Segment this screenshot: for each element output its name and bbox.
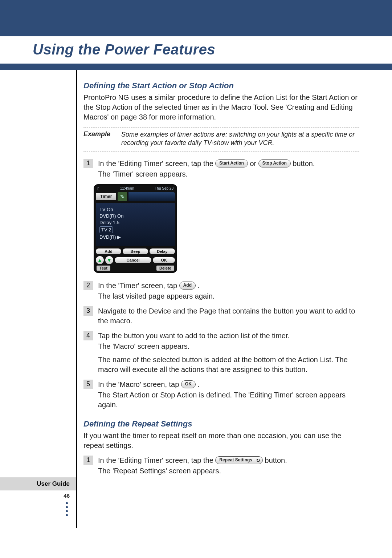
refresh-icon: ↻ [256, 457, 260, 464]
footer-page: 46 [0, 493, 76, 499]
shot-delete-button: Delete [156, 266, 174, 271]
shot-row: DVD(R) On [99, 213, 173, 219]
step5-pre: In the 'Macro' screen, tap [98, 380, 181, 388]
step-num-2: 2 [83, 281, 93, 290]
example-box: Example Some examples of timer actions a… [83, 127, 359, 151]
step1-pre: In the 'Editing Timer' screen, tap the [98, 159, 215, 167]
shot-body: TV On DVD(R) On Delay 1.5 TV 2 DVD(R) ▶ [96, 203, 175, 246]
shot-beep-button: Beep [123, 248, 148, 254]
step1-mid: or [250, 159, 258, 167]
step-num-3: 3 [83, 306, 93, 316]
shot-row: Delay 1.5 [99, 220, 173, 225]
step-num-r1: 1 [83, 456, 93, 465]
start-action-button[interactable]: Start Action [215, 159, 248, 167]
shot-row: TV On [99, 207, 173, 212]
step1-post: button. [293, 159, 315, 167]
step-3: 3 Navigate to the Device and the Page th… [83, 306, 359, 326]
ok-button[interactable]: OK [181, 380, 196, 388]
step-4: 4 Tap the button you want to add to the … [83, 331, 359, 375]
step5-post: . [197, 380, 200, 388]
vertical-rule [76, 70, 77, 528]
step-repeat-1: 1 In the 'Editing Timer' screen, tap the… [83, 456, 359, 476]
step-num-5: 5 [83, 380, 93, 389]
shot-row: DVD(R) ▶ [99, 234, 173, 240]
header-strip [0, 64, 392, 70]
step-r1-sub: The 'Repeat Settings' screen appears. [98, 466, 359, 476]
step2-pre: In the 'Timer' screen, tap [98, 282, 179, 290]
step-1: 1 In the 'Editing Timer' screen, tap the… [83, 159, 359, 179]
shot-up-icon: ▲ [96, 256, 104, 264]
shot-add-button: Add [96, 248, 121, 254]
shot-tools-icon: ✎ [118, 192, 127, 201]
shot-battery-icon: ▯ [97, 186, 99, 190]
step4-line2: The 'Macro' screen appears. [98, 341, 359, 351]
repeat-settings-label: Repeat Settings [219, 457, 252, 463]
step5-sub: The Start Action or Stop Action is defin… [98, 390, 359, 410]
shot-tab-timer: Timer [96, 193, 116, 200]
page-title: Using the Power Features [33, 41, 392, 58]
step-r1-pre: In the 'Editing Timer' screen, tap the [98, 456, 215, 464]
step-5: 5 In the 'Macro' screen, tap OK . The St… [83, 380, 359, 410]
shot-down-icon: ▼ [105, 256, 113, 264]
repeat-settings-button[interactable]: Repeat Settings ↻ [215, 456, 263, 464]
footer-dots: •••• [0, 501, 76, 517]
footer-label: User Guide [0, 477, 76, 490]
shot-header-right [128, 192, 175, 201]
section-defining-start-stop: Defining the Start Action or Stop Action [83, 81, 359, 90]
section1-intro: ProntoPro NG uses a similar procedure to… [83, 93, 359, 122]
timer-screenshot: ▯ 11:49am Thu Sep 23 Timer ✎ TV On DVD(R… [94, 184, 177, 273]
shot-cancel-button: Cancel [115, 257, 151, 263]
stop-action-button[interactable]: Stop Action [258, 159, 291, 167]
step4-line1: Tap the button you want to add to the ac… [98, 331, 359, 341]
footer: User Guide 46 •••• [0, 477, 76, 517]
step3-text: Navigate to the Device and the Page that… [98, 306, 359, 326]
shot-ok-button: OK [153, 257, 175, 263]
step-num-1: 1 [83, 159, 93, 168]
step2-post: . [198, 282, 200, 290]
shot-row-selected: TV 2 [99, 226, 113, 233]
example-label: Example [83, 130, 116, 147]
step2-sub: The last visited page appears again. [98, 291, 359, 301]
example-text: Some examples of timer actions are: swit… [121, 130, 359, 147]
title-bar: Using the Power Features [0, 36, 392, 64]
section-defining-repeat: Defining the Repeat Settings [83, 419, 359, 429]
header-bar [0, 0, 392, 36]
step-num-4: 4 [83, 331, 93, 340]
shot-time: 11:49am [120, 186, 134, 190]
step-r1-post: button. [265, 456, 287, 464]
add-button[interactable]: Add [179, 282, 196, 290]
shot-delay-button: Delay [150, 248, 175, 254]
step-2: 2 In the 'Timer' screen, tap Add . The l… [83, 281, 359, 301]
step1-sub: The 'Timer' screen appears. [98, 169, 359, 179]
shot-date: Thu Sep 23 [155, 186, 173, 190]
shot-test-button: Test [97, 266, 110, 271]
section2-intro: If you want the timer to repeat itself o… [83, 431, 359, 450]
step4-line3: The name of the selected button is added… [98, 355, 359, 375]
